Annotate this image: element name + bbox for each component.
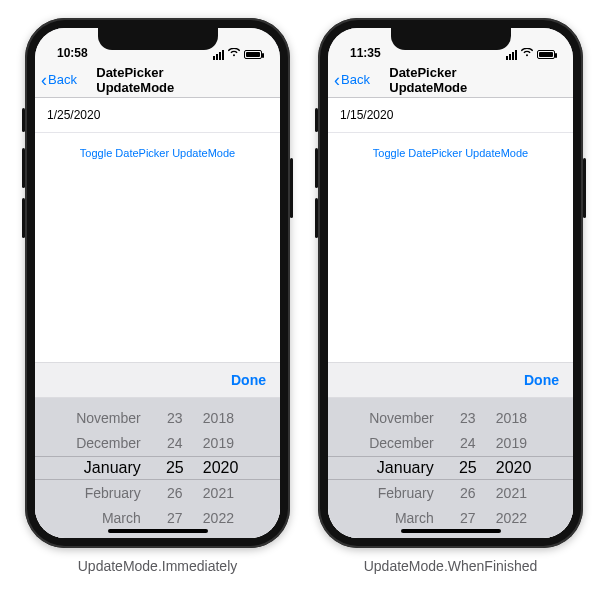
picker-row-selected[interactable]: 2020	[203, 457, 239, 479]
phone-frame: 10:58 ‹ Back DatePicker UpdateMode	[25, 18, 290, 548]
picker-row[interactable]: December	[369, 432, 434, 454]
status-time: 11:35	[350, 46, 381, 60]
home-indicator[interactable]	[108, 529, 208, 533]
back-label: Back	[341, 72, 370, 87]
caption: UpdateMode.Immediately	[78, 558, 238, 574]
side-button	[583, 158, 586, 218]
picker-row[interactable]: 27	[167, 507, 183, 529]
side-button	[290, 158, 293, 218]
volume-up-button	[315, 148, 318, 188]
date-picker[interactable]: October November December January Februa…	[328, 398, 573, 538]
status-time: 10:58	[57, 46, 88, 60]
picker-row[interactable]: 26	[167, 482, 183, 504]
picker-row[interactable]: 22	[168, 398, 181, 404]
caption: UpdateMode.WhenFinished	[364, 558, 538, 574]
mute-switch	[22, 108, 25, 132]
picker-row[interactable]: 2021	[496, 482, 527, 504]
content-area: 1/15/2020 Toggle DatePicker UpdateMode D…	[328, 98, 573, 538]
picker-row[interactable]: February	[85, 482, 141, 504]
picker-row-selected[interactable]: 25	[459, 457, 477, 479]
picker-row[interactable]: October	[391, 398, 434, 404]
picker-row[interactable]: 26	[460, 482, 476, 504]
toggle-updatemode-button[interactable]: Toggle DatePicker UpdateMode	[35, 133, 280, 173]
signal-icon	[213, 50, 224, 60]
signal-icon	[506, 50, 517, 60]
picker-row[interactable]: March	[395, 507, 434, 529]
picker-row[interactable]: 2023	[496, 532, 523, 538]
picker-toolbar: Done	[35, 362, 280, 398]
back-button[interactable]: ‹ Back	[328, 71, 370, 89]
picker-row[interactable]: 2019	[203, 432, 234, 454]
screen: 11:35 ‹ Back DatePicker UpdateMode	[328, 28, 573, 538]
picker-row[interactable]: 24	[460, 432, 476, 454]
picker-month-column[interactable]: October November December January Februa…	[348, 398, 448, 538]
picker-day-column[interactable]: 22 23 24 25 26 27 28	[448, 398, 488, 538]
picker-row[interactable]: 23	[460, 407, 476, 429]
toggle-updatemode-button[interactable]: Toggle DatePicker UpdateMode	[328, 133, 573, 173]
nav-bar: ‹ Back DatePicker UpdateMode	[328, 62, 573, 98]
content-area: 1/25/2020 Toggle DatePicker UpdateMode D…	[35, 98, 280, 538]
back-button[interactable]: ‹ Back	[35, 71, 77, 89]
wifi-icon	[521, 48, 533, 59]
picker-month-column[interactable]: October November December January Februa…	[55, 398, 155, 538]
nav-bar: ‹ Back DatePicker UpdateMode	[35, 62, 280, 98]
chevron-left-icon: ‹	[334, 71, 340, 89]
date-field[interactable]: 1/15/2020	[328, 98, 573, 133]
date-picker[interactable]: October November December January Februa…	[35, 398, 280, 538]
picker-row[interactable]: 23	[167, 407, 183, 429]
done-button[interactable]: Done	[524, 372, 559, 388]
phone-frame: 11:35 ‹ Back DatePicker UpdateMode	[318, 18, 583, 548]
picker-row-selected[interactable]: 2020	[496, 457, 532, 479]
volume-down-button	[315, 198, 318, 238]
volume-up-button	[22, 148, 25, 188]
picker-row-selected[interactable]: January	[377, 457, 434, 479]
picker-row-selected[interactable]: January	[84, 457, 141, 479]
notch	[391, 28, 511, 50]
chevron-left-icon: ‹	[41, 71, 47, 89]
battery-icon	[244, 50, 262, 59]
notch	[98, 28, 218, 50]
picker-row[interactable]: 2018	[496, 407, 527, 429]
picker-row-selected[interactable]: 25	[166, 457, 184, 479]
picker-row[interactable]: March	[102, 507, 141, 529]
page-title: DatePicker UpdateMode	[389, 65, 512, 95]
picker-year-column[interactable]: 2017 2018 2019 2020 2021 2022 2023	[488, 398, 553, 538]
done-button[interactable]: Done	[231, 372, 266, 388]
wifi-icon	[228, 48, 240, 59]
page-title: DatePicker UpdateMode	[96, 65, 219, 95]
picker-row[interactable]: December	[76, 432, 141, 454]
picker-toolbar: Done	[328, 362, 573, 398]
battery-icon	[537, 50, 555, 59]
picker-row[interactable]: 2017	[496, 398, 523, 404]
picker-row[interactable]: 22	[461, 398, 474, 404]
picker-row[interactable]: 2017	[203, 398, 230, 404]
picker-day-column[interactable]: 22 23 24 25 26 27 28	[155, 398, 195, 538]
picker-row[interactable]: 2019	[496, 432, 527, 454]
picker-row[interactable]: 2018	[203, 407, 234, 429]
picker-row[interactable]: 2022	[496, 507, 527, 529]
mute-switch	[315, 108, 318, 132]
picker-year-column[interactable]: 2017 2018 2019 2020 2021 2022 2023	[195, 398, 260, 538]
picker-row[interactable]: October	[98, 398, 141, 404]
picker-row[interactable]: November	[76, 407, 141, 429]
picker-row[interactable]: 2022	[203, 507, 234, 529]
picker-row[interactable]: 2021	[203, 482, 234, 504]
picker-row[interactable]: 27	[460, 507, 476, 529]
back-label: Back	[48, 72, 77, 87]
volume-down-button	[22, 198, 25, 238]
home-indicator[interactable]	[401, 529, 501, 533]
picker-row[interactable]: February	[378, 482, 434, 504]
screen: 10:58 ‹ Back DatePicker UpdateMode	[35, 28, 280, 538]
picker-row[interactable]: 24	[167, 432, 183, 454]
date-field[interactable]: 1/25/2020	[35, 98, 280, 133]
picker-row[interactable]: November	[369, 407, 434, 429]
picker-row[interactable]: 2023	[203, 532, 230, 538]
